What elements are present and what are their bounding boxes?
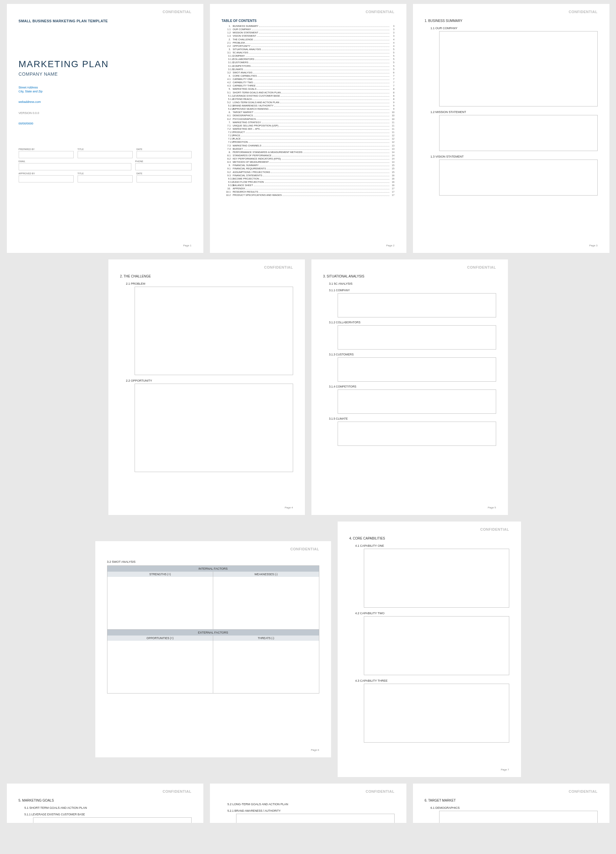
subsection-heading: 2.2 OPPORTUNITY [126,379,293,382]
address-line-2: City, State and Zip [19,90,192,93]
page-10: CONFIDENTIAL 6. TARGET MARKET 6.1 DEMOGR… [413,784,610,823]
entry-box[interactable] [338,422,496,446]
section-heading: 4. CORE CAPABILITIES [349,537,509,540]
entry-box[interactable] [338,325,496,349]
subsection-heading: 4.1 CAPABILITY ONE [355,544,509,547]
date-input-2[interactable] [137,175,192,183]
subsection-heading: 2.1 PROBLEM [126,282,293,285]
entry-box[interactable] [338,389,496,414]
entry-box[interactable] [33,817,192,823]
page-number: Page 1 [183,244,191,247]
toc-row: 2.1PROBLEM4 [222,41,395,44]
section-heading: 3. SITUATIONAL ANALYSIS [323,274,496,278]
toc-row: 4.2CAPABILITY TWO7 [222,81,395,84]
toc-row: 7.1UNIQUE SELLING PROPOSITION (USP)11 [222,124,395,127]
toc-row: 7.2.4PROMOTION12 [222,140,395,144]
toc-row: 4.CORE CAPABILITIES7 [222,74,395,78]
page-number: Page 7 [501,768,509,771]
subsection-heading: 3.2 SWOT ANALYSIS [107,560,319,563]
subsubsection-heading: 5.1.1 LEVERAGE EXISTING CUSTOMER BASE [24,813,192,816]
page-6: CONFIDENTIAL 3.2 SWOT ANALYSIS INTERNAL … [95,541,331,757]
entry-box[interactable] [338,357,496,382]
entry-box[interactable] [364,684,509,743]
section-heading: 6. TARGET MARKET [425,799,598,802]
page-number: Page 2 [386,244,394,247]
toc-row: 7.3MARKETING CHANNELS13 [222,144,395,147]
toc-row: 7.2.2PRICE12 [222,134,395,137]
title-input-2[interactable] [78,175,133,183]
toc-row: 7.2.3PLACE12 [222,137,395,140]
swot-opportunities-cell[interactable] [107,641,213,693]
toc-row: 9.1FINANCIAL REQUIREMENTS15 [222,167,395,170]
confidential-label: CONFIDENTIAL [290,547,319,551]
entry-box[interactable] [338,293,496,317]
subsection-heading: 4.2 CAPABILITY TWO [355,612,509,615]
approved-by-label: APPROVED BY [19,172,74,175]
toc-row: 7.2MARKETING MIX – 4Ps11 [222,127,395,131]
toc-row: 3.SITUATIONAL ANALYSIS5 [222,48,395,51]
toc-row: 7.4BUDGET13 [222,147,395,151]
subsubsection-heading: 3.1.4 COMPETITORS [329,385,496,388]
entry-box[interactable] [134,384,293,472]
subsubsection-heading: 3.1.2 COLLABORATORS [329,321,496,324]
toc-row: 9.2ASSUMPTIONS / PROJECTIONS15 [222,171,395,174]
title-label: TITLE [78,148,133,150]
swot-internal-header: INTERNAL FACTORS [107,566,319,572]
entry-box[interactable] [439,115,598,151]
toc-row: 1.2MISSION STATEMENT3 [222,31,395,34]
swot-weaknesses-cell[interactable] [213,577,319,629]
toc-row: 6.2PSYCHOGRAPHICS10 [222,117,395,121]
subsubsection-heading: 3.1.5 CLIMATE [329,417,496,420]
subsection-heading: 5.1 SHORT-TERM GOALS AND ACTION PLAN [24,806,192,810]
swot-threats-header: THREATS (-) [213,636,319,641]
section-heading: 5. MARKETING GOALS [19,799,192,802]
toc-row: 3.2SWOT ANALYSIS6 [222,71,395,74]
page-8: CONFIDENTIAL 5. MARKETING GOALS 5.1 SHOR… [7,784,203,823]
toc-row: 7.MARKETING STRATEGY11 [222,121,395,124]
confidential-label: CONFIDENTIAL [264,265,293,269]
subsection-heading: 6.1 DEMOGRAPHICS [431,806,598,810]
toc-row: 6.TARGET MARKET10 [222,111,395,114]
entry-box[interactable] [364,616,509,675]
entry-box[interactable] [364,549,509,608]
toc-row: 4.3CAPABILITY THREE7 [222,84,395,87]
toc-row: 3.1.2COLLABORATORS5 [222,58,395,61]
title-input[interactable] [78,151,133,158]
toc-row: 5.2.1BRAND AWARENESS / AUTHORITY9 [222,104,395,107]
phone-label: PHONE [135,160,192,163]
page-4: CONFIDENTIAL 2. THE CHALLENGE 2.1 PROBLE… [108,259,305,515]
email-input[interactable] [19,163,131,170]
entry-box[interactable] [439,31,598,107]
toc-row: 3.1.1COMPANY5 [222,54,395,58]
entry-box[interactable] [439,160,598,195]
toc-row: 10.2PRODUCT SPECIFICATIONS AND IMAGES17 [222,194,395,197]
swot-strengths-cell[interactable] [107,577,213,629]
entry-box[interactable] [134,287,293,375]
page-number: Page 5 [488,506,496,509]
prepared-by-label: PREPARED BY [19,148,74,150]
toc-row: 5.2LONG-TERM GOALS AND ACTION PLAN9 [222,101,395,104]
version-label: VERSION 0.0.0 [19,111,192,114]
swot-threats-cell[interactable] [213,641,319,693]
toc-row: 3.15C ANALYSIS5 [222,51,395,54]
toc-title: TABLE OF CONTENTS [222,19,395,23]
subsubsection-heading: 5.2.1 BRAND AWARENESS / AUTHORITY [227,809,395,813]
toc-row: 9.3FINANCIAL STATEMENTS16 [222,174,395,177]
page-number: Page 3 [589,244,597,247]
phone-input[interactable] [135,163,192,170]
toc-row: 5.MARKETING GOALS8 [222,87,395,91]
subsection-heading: 3.1 5C ANALYSIS [329,282,496,285]
approved-by-input[interactable] [19,175,74,183]
toc-row: 1.3VISION STATEMENT3 [222,34,395,38]
confidential-label: CONFIDENTIAL [366,10,395,14]
toc-row: 4.1CAPABILITY ONE7 [222,78,395,81]
toc-row: 2.2OPPORTUNITY4 [222,44,395,48]
company-name: COMPANY NAME [19,72,192,77]
swot-external-header: EXTERNAL FACTORS [107,629,319,636]
entry-box[interactable] [439,811,598,823]
page-7: CONFIDENTIAL 4. CORE CAPABILITIES 4.1 CA… [338,522,521,777]
date-label: DATE [137,148,192,150]
prepared-by-input[interactable] [19,151,74,158]
date-input[interactable] [137,151,192,158]
entry-box[interactable] [236,814,395,823]
